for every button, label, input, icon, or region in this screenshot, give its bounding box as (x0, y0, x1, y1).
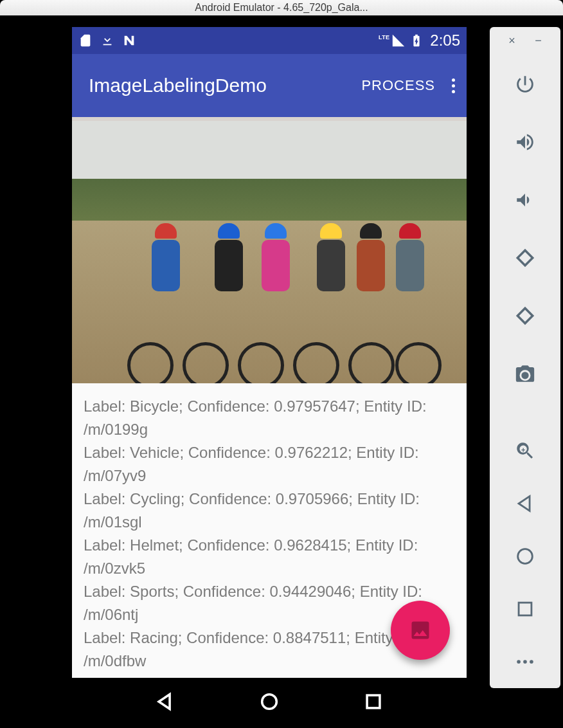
power-icon (514, 73, 536, 95)
home-button-sidebar[interactable] (490, 530, 560, 583)
pick-image-fab[interactable] (391, 601, 450, 660)
nav-home-icon (258, 691, 280, 713)
rotate-right-button[interactable] (490, 287, 560, 345)
more-button-sidebar[interactable] (490, 635, 560, 688)
svg-point-0 (518, 549, 533, 564)
overview-button-sidebar[interactable] (490, 583, 560, 635)
overview-square-icon (514, 598, 536, 620)
svg-point-5 (262, 695, 277, 709)
emulator-sidebar: × − (490, 27, 560, 688)
lte-indicator: LTE (379, 34, 389, 41)
device-screen: LTE 2:05 ImageLabelingDemo PROCESS (72, 27, 467, 678)
battery-charging-icon (409, 33, 424, 48)
back-button-sidebar[interactable] (490, 477, 560, 530)
device-frame: LTE 2:05 ImageLabelingDemo PROCESS (72, 15, 467, 728)
zoom-button[interactable] (490, 424, 560, 477)
svg-point-3 (523, 660, 527, 664)
rotate-right-icon (514, 305, 536, 327)
camera-icon (514, 363, 536, 385)
svg-point-2 (517, 660, 521, 664)
screenshot-button[interactable] (490, 345, 560, 403)
image-icon (409, 619, 432, 642)
download-icon (100, 33, 114, 48)
result-line: Label: Helmet; Confidence: 0.9628415; En… (84, 534, 455, 580)
nav-back-icon (154, 691, 176, 713)
back-triangle-icon (514, 493, 536, 514)
svg-rect-1 (519, 603, 532, 615)
overflow-dot (452, 78, 455, 82)
volume-down-button[interactable] (490, 171, 560, 229)
volume-down-icon (514, 189, 536, 211)
volume-up-button[interactable] (490, 113, 560, 171)
android-statusbar: LTE 2:05 (72, 27, 467, 54)
minimize-icon[interactable]: − (535, 35, 542, 46)
app-bar: ImageLabelingDemo PROCESS (72, 54, 467, 117)
input-image (72, 121, 467, 383)
sd-card-icon (78, 33, 93, 48)
result-line: Label: Vehicle; Confidence: 0.9762212; E… (84, 441, 455, 487)
overflow-menu-button[interactable] (452, 78, 455, 93)
overflow-dot (452, 90, 455, 93)
home-circle-icon (514, 545, 536, 567)
device-bezel-left (0, 15, 72, 728)
nav-home-button[interactable] (258, 691, 280, 715)
n-preview-icon (122, 33, 136, 48)
emulator-titlebar: Android Emulator - 4.65_720p_Gala... (0, 0, 563, 15)
result-line: Label: Bicycle; Confidence: 0.97957647; … (84, 395, 455, 441)
power-button[interactable] (490, 55, 560, 113)
emulator-title: Android Emulator - 4.65_720p_Gala... (195, 2, 368, 14)
close-icon[interactable]: × (508, 35, 515, 46)
nav-back-button[interactable] (154, 691, 176, 715)
process-button[interactable]: PROCESS (361, 77, 435, 94)
svg-rect-6 (367, 695, 380, 708)
zoom-in-icon (514, 440, 536, 462)
result-line: Label: Leisure; Confidence: 0.8769904; E… (84, 673, 455, 678)
more-horizontal-icon (514, 651, 536, 673)
app-title: ImageLabelingDemo (89, 75, 267, 96)
svg-point-4 (530, 660, 533, 664)
clock: 2:05 (430, 32, 460, 50)
rotate-left-icon (514, 247, 536, 269)
nav-overview-button[interactable] (362, 691, 384, 715)
signal-icon (391, 33, 406, 48)
rotate-left-button[interactable] (490, 229, 560, 287)
volume-up-icon (514, 131, 536, 153)
nav-overview-icon (362, 691, 384, 713)
result-line: Label: Cycling; Confidence: 0.9705966; E… (84, 487, 455, 534)
android-navbar (72, 678, 467, 728)
overflow-dot (452, 84, 455, 87)
